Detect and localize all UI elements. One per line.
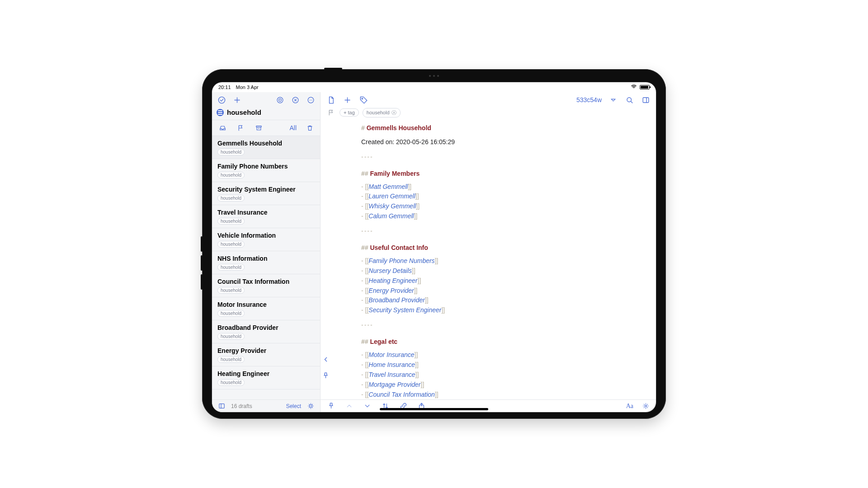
wiki-link[interactable]: Energy Provider	[368, 287, 414, 294]
new-draft-button[interactable]	[232, 95, 242, 105]
wiki-link[interactable]: Council Tax Information	[368, 391, 435, 398]
status-bar: 20:11 Mon 3 Apr	[212, 82, 656, 92]
wiki-link[interactable]: Family Phone Numbers	[368, 257, 434, 264]
list-item-title: Security System Engineer	[217, 186, 315, 193]
remove-tag-icon[interactable]: ⓧ	[392, 109, 396, 116]
list-item[interactable]: Council Tax Informationhousehold	[212, 274, 320, 297]
list-options-button[interactable]	[306, 95, 316, 105]
all-filter[interactable]: All	[289, 124, 297, 131]
svg-rect-9	[219, 404, 224, 408]
trash-tab[interactable]	[305, 123, 315, 133]
svg-point-11	[362, 98, 363, 99]
list-item-title: Gemmells Household	[217, 140, 315, 147]
svg-point-1	[277, 97, 283, 103]
list-item-title: Energy Provider	[217, 347, 315, 354]
workspace-title[interactable]: household	[212, 106, 320, 120]
svg-point-2	[278, 99, 281, 101]
list-item[interactable]: Vehicle Informationhousehold	[212, 228, 320, 251]
notes-list: Gemmells HouseholdhouseholdFamily Phone …	[212, 136, 320, 399]
list-item-title: NHS Information	[217, 255, 315, 262]
wiki-link[interactable]: Travel Insurance	[368, 371, 415, 378]
list-item-title: Heating Engineer	[217, 370, 315, 377]
list-item[interactable]: Heating Engineerhousehold	[212, 366, 320, 389]
select-button[interactable]: Select	[286, 403, 301, 409]
wiki-link[interactable]: Whisky Gemmell	[368, 202, 416, 210]
content-footer: Aa	[321, 399, 656, 412]
content-pane: 533c54w	[321, 92, 656, 412]
search-button[interactable]	[624, 95, 634, 105]
quick-search-button[interactable]	[275, 95, 285, 105]
list-item-tag: household	[217, 310, 245, 317]
wiki-link[interactable]: Nursery Details	[368, 267, 412, 274]
svg-point-6	[310, 99, 311, 100]
list-actions-button[interactable]	[306, 401, 316, 411]
svg-point-5	[309, 99, 309, 100]
svg-rect-8	[256, 126, 261, 127]
archive-tab[interactable]	[254, 123, 264, 133]
next-draft-button[interactable]	[362, 401, 372, 411]
wiki-link[interactable]: Motor Insurance	[368, 351, 414, 358]
list-item-tag: household	[217, 195, 245, 202]
content-toolbar: 533c54w	[321, 92, 656, 106]
list-item[interactable]: NHS Informationhousehold	[212, 251, 320, 274]
wiki-link[interactable]: Heating Engineer	[368, 277, 417, 284]
list-item-tag: household	[217, 241, 245, 248]
toggle-actions-button[interactable]	[641, 95, 651, 105]
workspace-title-label: household	[227, 108, 261, 116]
list-item-title: Council Tax Information	[217, 278, 315, 285]
pin-button[interactable]	[326, 401, 336, 411]
status-time: 20:11	[218, 84, 231, 90]
tag-pill-household[interactable]: household ⓧ	[363, 108, 401, 117]
inbox-tab[interactable]	[217, 123, 227, 133]
list-item[interactable]: Family Phone Numbershousehold	[212, 159, 320, 182]
sidebar-footer: 16 drafts Select	[212, 399, 320, 412]
add-tag-button[interactable]: + tag	[340, 108, 359, 117]
list-item[interactable]: Gemmells Householdhousehold	[212, 136, 320, 159]
wiki-link[interactable]: Broadband Provider	[368, 296, 425, 304]
draft-info-button[interactable]	[326, 95, 336, 105]
wiki-link[interactable]: Matt Gemmell	[368, 183, 408, 190]
list-item-tag: household	[217, 264, 245, 271]
list-item[interactable]: Motor Insurancehousehold	[212, 297, 320, 320]
battery-icon	[640, 85, 650, 89]
list-item-tag: household	[217, 287, 245, 294]
wiki-link[interactable]: Home Insurance	[368, 361, 415, 368]
sidebar: household All	[212, 92, 321, 412]
status-date: Mon 3 Apr	[236, 84, 259, 90]
toggle-sidebar-button[interactable]	[217, 401, 226, 411]
new-draft-content-button[interactable]	[342, 95, 352, 105]
appearance-button[interactable]: Aa	[626, 403, 633, 410]
list-item[interactable]: Security System Engineerhousehold	[212, 182, 320, 205]
screen: 20:11 Mon 3 Apr	[212, 82, 656, 412]
version-label[interactable]: 533c54w	[576, 96, 602, 103]
flag-toggle[interactable]	[326, 108, 336, 117]
svg-point-7	[311, 99, 312, 100]
list-item-title: Travel Insurance	[217, 209, 315, 216]
sidebar-filters: All	[212, 120, 320, 136]
home-indicator[interactable]	[380, 408, 488, 410]
tag-pill-label: household	[367, 110, 390, 115]
list-item[interactable]: Broadband Providerhousehold	[212, 320, 320, 343]
tablet-frame: 20:11 Mon 3 Apr	[202, 69, 666, 419]
list-item-title: Broadband Provider	[217, 324, 315, 331]
settings-button[interactable]	[641, 401, 651, 411]
clear-search-button[interactable]	[290, 95, 300, 105]
wiki-link[interactable]: Calum Gemmell	[368, 212, 414, 220]
wiki-link[interactable]: Lauren Gemmell	[368, 192, 415, 200]
workspace-icon	[217, 109, 224, 116]
tag-row: + tag household ⓧ	[321, 106, 656, 119]
prev-draft-button[interactable]	[344, 401, 354, 411]
editor[interactable]: # Gemmells HouseholdCreated on: 2020-05-…	[321, 119, 656, 399]
list-item[interactable]: Energy Providerhousehold	[212, 343, 320, 366]
list-item-tag: household	[217, 356, 245, 363]
tag-button[interactable]	[359, 95, 368, 105]
wiki-link[interactable]: Security System Engineer	[368, 306, 441, 314]
flagged-tab[interactable]	[236, 123, 245, 133]
version-menu-button[interactable]	[608, 95, 618, 105]
list-item[interactable]: Travel Insurancehousehold	[212, 205, 320, 228]
workspaces-button[interactable]	[217, 95, 226, 105]
list-item-title: Vehicle Information	[217, 232, 315, 239]
list-item-tag: household	[217, 379, 245, 386]
wiki-link[interactable]: Mortgage Provider	[368, 381, 420, 388]
list-item-title: Motor Insurance	[217, 301, 315, 308]
